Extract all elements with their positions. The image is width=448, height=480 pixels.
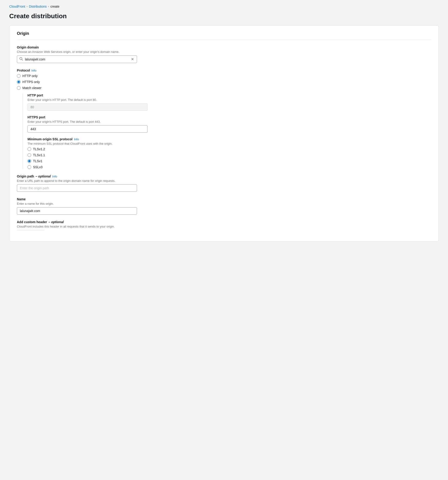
ssl-sslv3-radio[interactable]: [28, 165, 31, 169]
protocol-label: Protocol Info: [17, 69, 431, 72]
origin-path-input[interactable]: [17, 184, 137, 192]
custom-header-description: CloudFront includes this header in all r…: [17, 225, 431, 228]
http-port-label: HTTP port: [28, 93, 431, 97]
http-port-input[interactable]: [28, 103, 148, 111]
custom-header-optional: – optional: [49, 220, 64, 224]
min-ssl-group: Minimum origin SSL protocol Info The min…: [28, 137, 431, 169]
clear-origin-domain-button[interactable]: ✕: [130, 57, 134, 61]
origin-domain-description: Choose an Amazon Web Services origin, or…: [17, 50, 431, 54]
ssl-tlsv1-radio[interactable]: [28, 159, 31, 163]
protocol-http-only[interactable]: HTTP only: [17, 74, 431, 78]
protocol-group: Protocol Info HTTP only HTTPS only Match…: [17, 69, 431, 169]
protocol-https-only[interactable]: HTTPS only: [17, 80, 431, 84]
https-port-description: Enter your origin's HTTPS port. The defa…: [28, 120, 431, 123]
ssl-tlsv1-2-radio[interactable]: [28, 147, 31, 151]
https-port-group: HTTPS port Enter your origin's HTTPS por…: [28, 115, 431, 133]
origin-domain-search-wrapper: ✕: [17, 55, 137, 63]
protocol-sub-section: HTTP port Enter your origin's HTTP port.…: [22, 93, 431, 169]
protocol-radio-group: HTTP only HTTPS only Match viewer: [17, 74, 431, 90]
ssl-tlsv1-2[interactable]: TLSv1.2: [28, 147, 431, 151]
page-title: Create distribution: [0, 11, 448, 25]
min-ssl-label: Minimum origin SSL protocol Info: [28, 137, 431, 141]
name-label: Name: [17, 197, 431, 201]
origin-path-description: Enter a URL path to append to the origin…: [17, 179, 431, 183]
section-title: Origin: [17, 31, 431, 40]
https-port-input[interactable]: [28, 125, 148, 133]
protocol-https-only-radio[interactable]: [17, 80, 21, 84]
min-ssl-info-link[interactable]: Info: [74, 138, 79, 141]
custom-header-group: Add custom header – optional CloudFront …: [17, 220, 431, 230]
breadcrumb-sep-2: ›: [48, 5, 49, 8]
name-input[interactable]: [17, 207, 137, 215]
add-header-divider: [17, 230, 44, 230]
ssl-radio-group: TLSv1.2 TLSv1.1 TLSv1 SSLv3: [28, 147, 431, 169]
protocol-info-link[interactable]: Info: [31, 69, 36, 72]
ssl-tlsv1-1[interactable]: TLSv1.1: [28, 153, 431, 157]
ssl-tlsv1[interactable]: TLSv1: [28, 159, 431, 163]
breadcrumb-sep-1: ›: [27, 5, 28, 8]
search-icon: [19, 57, 23, 61]
origin-path-group: Origin path – optional Info Enter a URL …: [17, 175, 431, 192]
origin-card: Origin Origin domain Choose an Amazon We…: [9, 25, 439, 242]
origin-domain-group: Origin domain Choose an Amazon Web Servi…: [17, 45, 431, 63]
http-port-group: HTTP port Enter your origin's HTTP port.…: [28, 93, 431, 111]
origin-domain-label: Origin domain: [17, 45, 431, 49]
http-port-description: Enter your origin's HTTP port. The defau…: [28, 98, 431, 102]
origin-path-info-link[interactable]: Info: [52, 175, 57, 178]
origin-path-optional: – optional: [36, 175, 51, 178]
name-group: Name Enter a name for this origin.: [17, 197, 431, 215]
https-port-label: HTTPS port: [28, 115, 431, 119]
protocol-http-only-radio[interactable]: [17, 74, 21, 78]
protocol-match-viewer-radio[interactable]: [17, 86, 21, 90]
ssl-tlsv1-1-radio[interactable]: [28, 153, 31, 157]
ssl-sslv3[interactable]: SSLv3: [28, 165, 431, 169]
origin-path-label: Origin path – optional Info: [17, 175, 431, 178]
min-ssl-description: The minimum SSL protocol that CloudFront…: [28, 142, 431, 145]
svg-line-1: [22, 60, 23, 60]
custom-header-label: Add custom header – optional: [17, 220, 431, 224]
origin-domain-input[interactable]: [25, 57, 130, 61]
name-description: Enter a name for this origin.: [17, 202, 431, 205]
protocol-match-viewer[interactable]: Match viewer: [17, 86, 431, 90]
breadcrumb: CloudFront › Distributions › create: [0, 0, 448, 11]
breadcrumb-distributions[interactable]: Distributions: [29, 5, 47, 8]
breadcrumb-current: create: [50, 5, 59, 8]
breadcrumb-cloudfront[interactable]: CloudFront: [9, 5, 25, 8]
